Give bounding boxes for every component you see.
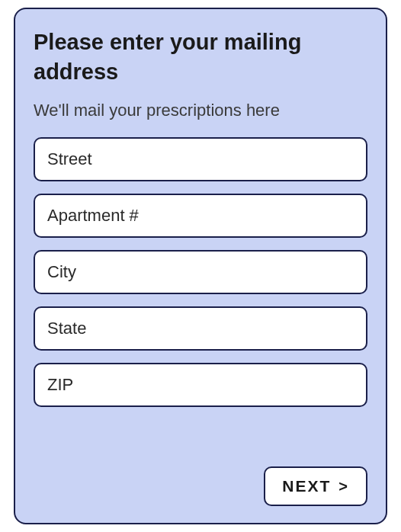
form-title: Please enter your mailing address (34, 27, 367, 87)
next-button-label: NEXT (282, 477, 331, 495)
apartment-input[interactable] (34, 194, 367, 238)
next-button[interactable]: NEXT > (264, 466, 367, 506)
zip-input[interactable] (34, 363, 367, 407)
mailing-address-form: Please enter your mailing address We'll … (14, 8, 387, 524)
form-fields (34, 137, 367, 407)
form-subtitle: We'll mail your prescriptions here (34, 101, 367, 120)
street-input[interactable] (34, 137, 367, 181)
city-input[interactable] (34, 250, 367, 294)
state-input[interactable] (34, 306, 367, 351)
form-footer: NEXT > (34, 459, 367, 506)
chevron-right-icon: > (338, 478, 349, 495)
